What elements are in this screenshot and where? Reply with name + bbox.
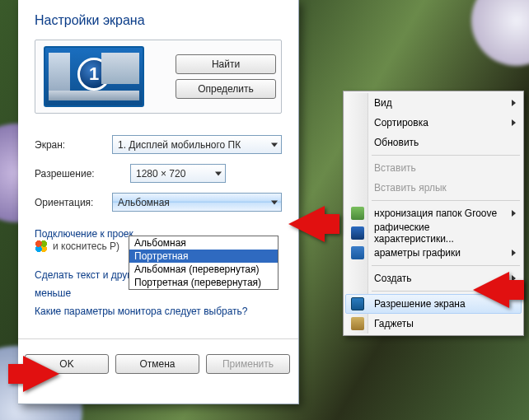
- ctx-label: Сортировка: [374, 117, 428, 128]
- ctx-label: рафические характеристики...: [374, 222, 506, 245]
- menu-separator: [372, 265, 520, 266]
- ctx-label: Создать: [374, 273, 412, 284]
- orientation-option[interactable]: Портретная (перевернутая): [129, 276, 278, 289]
- ctx-refresh[interactable]: Обновить: [345, 133, 522, 152]
- submenu-arrow-icon: [512, 100, 516, 106]
- orientation-dropdown[interactable]: Альбомная: [112, 193, 282, 212]
- ctx-paste: Вставить: [345, 158, 522, 178]
- ctx-label: нхронизация папок Groove: [374, 208, 497, 219]
- chevron-down-icon: [271, 200, 278, 204]
- monitor-number: 1: [77, 58, 110, 91]
- detect-button[interactable]: Определить: [176, 79, 276, 99]
- gadget-icon: [351, 317, 364, 330]
- windows-key-icon: [35, 240, 48, 253]
- annotation-arrow: [288, 206, 325, 242]
- orientation-label: Ориентация:: [35, 197, 112, 208]
- cancel-button[interactable]: Отмена: [115, 354, 199, 374]
- monitor-preview[interactable]: 1: [44, 46, 144, 107]
- resolution-label: Разрешение:: [35, 168, 130, 180]
- ctx-label: Гаджеты: [374, 318, 414, 329]
- ctx-groove-sync[interactable]: нхронизация папок Groove: [345, 203, 522, 223]
- screen-dropdown-value: 1. Дисплей мобильного ПК: [118, 139, 241, 151]
- menu-separator: [372, 155, 520, 156]
- ctx-label: Разрешение экрана: [374, 298, 466, 310]
- ctx-graphics-params[interactable]: араметры графики: [345, 243, 522, 263]
- chevron-down-icon: [271, 142, 278, 147]
- orientation-dropdown-list: Альбомная Портретная Альбомная (переверн…: [129, 236, 279, 290]
- ctx-label: Вставить: [374, 162, 416, 174]
- bg-decor: [471, 0, 529, 66]
- submenu-arrow-icon: [512, 250, 516, 256]
- resolution-dropdown[interactable]: 1280 × 720: [130, 164, 226, 183]
- menu-separator: [372, 200, 520, 201]
- orientation-option[interactable]: Альбомная: [129, 236, 278, 250]
- graphics-icon: [351, 226, 364, 240]
- screen-dropdown[interactable]: 1. Дисплей мобильного ПК: [112, 135, 282, 154]
- orientation-option-selected[interactable]: Портретная: [129, 250, 278, 263]
- ctx-label: Вид: [374, 97, 392, 109]
- ctx-gadgets[interactable]: Гаджеты: [345, 314, 522, 334]
- submenu-arrow-icon: [512, 210, 516, 217]
- resolution-dropdown-value: 1280 × 720: [136, 168, 185, 180]
- dialog-title: Настройки экрана: [35, 13, 282, 28]
- display-settings-dialog: Настройки экрана 1 Найти Определить Экра…: [18, 0, 299, 404]
- display-preview-panel: 1 Найти Определить: [35, 40, 282, 114]
- desktop-background: Настройки экрана 1 Найти Определить Экра…: [0, 0, 529, 420]
- screen-label: Экран:: [35, 139, 112, 151]
- annotation-arrow: [23, 356, 59, 392]
- apply-button: Применить: [206, 354, 290, 374]
- which-settings-link[interactable]: Какие параметры монитора следует выбрать…: [35, 302, 282, 320]
- ctx-paste-shortcut: Вставить ярлык: [345, 178, 522, 198]
- ctx-sort[interactable]: Сортировка: [345, 113, 522, 133]
- chevron-down-icon: [215, 171, 222, 175]
- submenu-arrow-icon: [512, 119, 516, 126]
- ctx-label: Вставить ярлык: [374, 182, 447, 194]
- orientation-option[interactable]: Альбомная (перевернутая): [129, 263, 278, 276]
- ctx-label: Обновить: [374, 137, 419, 148]
- ctx-graphics-props[interactable]: рафические характеристики...: [345, 223, 522, 243]
- find-button[interactable]: Найти: [176, 54, 276, 74]
- graphics-icon: [351, 246, 364, 259]
- groove-icon: [351, 207, 364, 220]
- ctx-view[interactable]: Вид: [345, 93, 522, 113]
- monitor-icon: [351, 297, 364, 310]
- key-hint-text: и коснитесь P): [53, 240, 119, 252]
- annotation-arrow: [473, 272, 509, 308]
- divider: [18, 338, 298, 339]
- orientation-dropdown-value: Альбомная: [118, 197, 170, 208]
- ctx-label: араметры графики: [374, 247, 461, 259]
